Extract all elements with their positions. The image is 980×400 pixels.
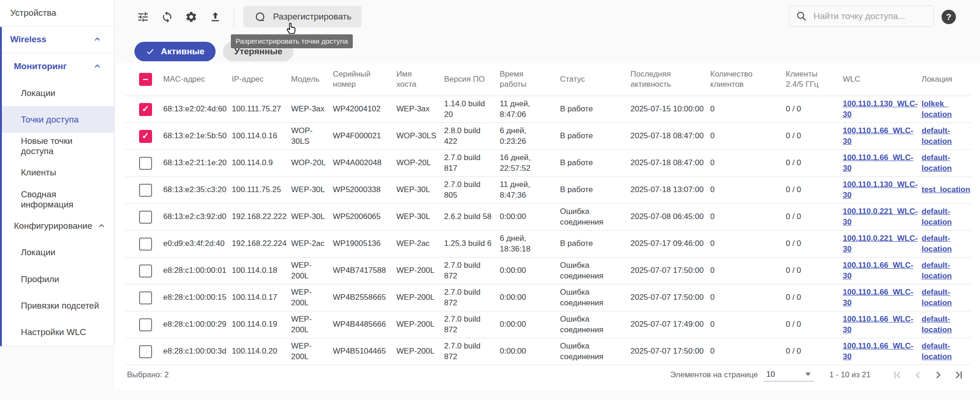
table-row[interactable]: e8:28:c1:00:00:01100.114.0.18WEP-200LWP4… [125, 258, 971, 284]
cell-status: В работе [560, 150, 630, 177]
next-page-icon[interactable] [931, 368, 946, 382]
sidebar-item-настройки-wlc[interactable]: Настройки WLC [0, 319, 114, 346]
table-row[interactable]: e8:28:c1:00:00:29100.114.0.19WEP-200LWP4… [125, 311, 971, 338]
location-link[interactable]: test_​location [922, 185, 970, 194]
row-checkbox-cell [125, 177, 163, 204]
sidebar-item-сводная-информация[interactable]: Сводная информация [0, 186, 114, 213]
location-link[interactable]: lolkek_​location [922, 99, 952, 118]
wlc-link[interactable]: 100.110.1.130_WLC-30 [843, 99, 918, 118]
sidebar-item-новые-точки-доступа[interactable]: Новые точки доступа [0, 133, 114, 159]
sidebar-item-конфигурирование[interactable]: Конфигурирование [0, 213, 114, 239]
column-header: Имя хоста [396, 63, 444, 96]
row-checkbox[interactable] [139, 238, 152, 251]
cell-hostname: WEP-200L [396, 258, 444, 284]
sidebar-item-локации[interactable]: Локации [0, 80, 114, 106]
cell-status: В работе [560, 231, 630, 258]
sidebar-item-локации[interactable]: Локации [0, 239, 114, 266]
cell-mac: e8:28:c1:00:00:15 [163, 284, 232, 311]
wlc-link[interactable]: 100.110.1.66_WLC-30 [843, 153, 913, 172]
unregister-button[interactable]: Разрегистрировать [243, 6, 362, 27]
location-link[interactable]: default-location [922, 342, 952, 361]
cell-location: default-location [922, 311, 971, 338]
filter-icon[interactable] [134, 7, 152, 26]
wlc-link[interactable]: 100.110.1.66_WLC-30 [843, 342, 913, 361]
table-row[interactable]: 68:13:e2:02:4d:60100.111.75.27WEP-3axWP4… [125, 96, 971, 123]
wlc-link[interactable]: 100.110.1.66_WLC-30 [843, 261, 913, 280]
row-checkbox[interactable] [139, 157, 152, 170]
upload-icon[interactable] [206, 7, 224, 26]
settings-icon[interactable] [182, 7, 200, 26]
row-checkbox[interactable] [139, 318, 152, 331]
row-checkbox[interactable] [139, 345, 152, 358]
first-page-icon[interactable] [890, 368, 905, 382]
table-row[interactable]: 68:13:e2:c3:92:d0192.168.22.222WEP-30LWP… [125, 204, 971, 231]
cell-ip: 192.168.22.224 [232, 231, 291, 258]
row-checkbox[interactable] [139, 211, 152, 224]
table-row[interactable]: 68:13:e2:1e:5b:50100.114.0.16WOP-30LSWP4… [125, 123, 971, 150]
cell-model: WEP-30L [291, 177, 333, 204]
wlc-link[interactable]: 100.110.0.221_WLC-30 [843, 207, 918, 226]
cell-mac: 68:13:e2:02:4d:60 [163, 96, 232, 123]
sidebar-item-клиенты[interactable]: Клиенты [0, 160, 114, 186]
cell-location: default-location [922, 123, 971, 150]
cell-model: WOP-20L [291, 150, 333, 177]
cell-clients-2-4-5: 0 / 0 [786, 123, 843, 150]
sidebar-item-точки-доступа[interactable]: Точки доступа [0, 106, 114, 133]
cell-last-activity: 2025-07-07 17:49:00 [630, 311, 710, 338]
ap-table: MAC-адресIP-адресМодельСерийный номерИмя… [125, 63, 971, 365]
table-footer: Выбрано: 2 Элементов на странице 10 1 - … [115, 360, 980, 390]
location-link[interactable]: default-location [922, 288, 952, 307]
cell-serial: WP4B7417588 [333, 258, 396, 284]
location-link[interactable]: default-location [922, 261, 952, 280]
column-header: Серийный номер [333, 63, 396, 96]
row-checkbox-cell [125, 311, 163, 338]
row-checkbox[interactable] [139, 291, 152, 304]
search-input[interactable] [813, 11, 927, 22]
main-content: Разрегистрировать ? Активные Утерянные Р… [115, 0, 980, 400]
refresh-icon[interactable] [158, 7, 176, 26]
cell-ip: 100.114.0.19 [232, 311, 291, 338]
sidebar-item-привязки-подсетей[interactable]: Привязки подсетей [0, 292, 114, 319]
sidebar-item-wireless[interactable]: Wireless [0, 26, 114, 53]
wlc-link[interactable]: 100.110.0.221_WLC-30 [843, 234, 918, 253]
row-checkbox[interactable] [139, 184, 152, 197]
cell-model: WEP-3ax [291, 96, 333, 123]
sidebar-item-label: Локации [21, 88, 55, 98]
table-row[interactable]: e8:28:c1:00:00:15100.114.0.17WEP-200LWP4… [125, 284, 971, 311]
cell-location: default-location [922, 284, 971, 311]
table-row[interactable]: 68:13:e2:35:c3:20100.111.75.25WEP-30LWP5… [125, 177, 971, 204]
row-checkbox[interactable] [139, 103, 152, 116]
sidebar-item-устройства[interactable]: Устройства [0, 0, 114, 26]
sidebar-nav: УстройстваWirelessМониторингЛокацииТочки… [0, 0, 114, 346]
column-header-label: Серийный номер [333, 69, 375, 90]
row-checkbox[interactable] [139, 265, 152, 277]
select-all-checkbox[interactable] [139, 73, 152, 86]
cell-last-activity: 2025-07-07 17:50:00 [630, 258, 710, 284]
wlc-link[interactable]: 100.110.1.66_WLC-30 [843, 315, 913, 334]
items-per-page-select[interactable]: 10 [764, 369, 814, 381]
cell-wlc: 100.110.1.66_WLC-30 [843, 284, 922, 311]
sidebar-item-мониторинг[interactable]: Мониторинг [0, 53, 114, 80]
help-icon[interactable]: ? [942, 10, 956, 24]
last-page-icon[interactable] [951, 368, 966, 382]
wlc-link[interactable]: 100.110.1.66_WLC-30 [843, 126, 913, 145]
items-per-page: Элементов на странице 10 [670, 369, 814, 381]
location-link[interactable]: default-location [922, 126, 952, 145]
sidebar-accent-bar [0, 27, 2, 346]
location-link[interactable]: default-location [922, 153, 952, 172]
location-link[interactable]: default-location [922, 315, 952, 334]
wlc-link[interactable]: 100.110.1.130_WLC-30 [843, 180, 918, 199]
table-row[interactable]: e0:d9:e3:4f:2d:40192.168.22.224WEP-2acWP… [125, 231, 971, 258]
row-checkbox[interactable] [139, 130, 152, 143]
table-row[interactable]: 68:13:e2:21:1e:20100.114.0.9WOP-20LWP4A0… [125, 150, 971, 177]
location-link[interactable]: default-location [922, 207, 952, 226]
sidebar-item-профили[interactable]: Профили [0, 266, 114, 292]
check-icon [146, 47, 155, 56]
cell-firmware: 1.14.0 build 20 [444, 96, 500, 123]
tab-active-aps[interactable]: Активные [134, 42, 216, 61]
prev-page-icon[interactable] [910, 368, 925, 382]
location-link[interactable]: default-location [922, 234, 952, 253]
wlc-link[interactable]: 100.110.1.66_WLC-30 [843, 288, 913, 307]
cell-clients: 0 [710, 258, 786, 284]
ap-table-header-row: MAC-адресIP-адресМодельСерийный номерИмя… [125, 63, 971, 96]
